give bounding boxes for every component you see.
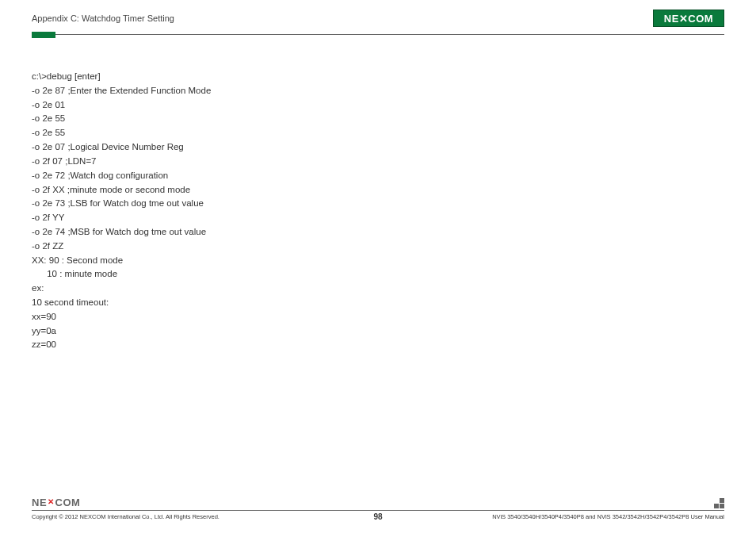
header-divider	[32, 32, 724, 38]
nexcom-logo-bottom: NE✕COM	[32, 497, 80, 508]
code-line: -o 2e 87 ;Enter the Extended Function Mo…	[32, 84, 724, 98]
code-line: 10 second timeout:	[32, 296, 724, 310]
logo-x-icon: ✕	[48, 497, 55, 506]
code-line: -o 2f XX ;minute mode or second mode	[32, 183, 724, 197]
code-line: -o 2e 55	[32, 126, 724, 140]
copyright-text: Copyright © 2012 NEXCOM International Co…	[32, 513, 220, 520]
code-line: -o 2e 73 ;LSB for Watch dog tme out valu…	[32, 197, 724, 211]
footer-divider	[32, 510, 724, 511]
code-line: yy=0a	[32, 324, 724, 339]
page-footer: NE✕COM Copyright © 2012 NEXCOM Internati…	[0, 497, 756, 520]
divider-accent-box	[32, 32, 55, 38]
logo-left: NE	[32, 497, 47, 508]
code-line: 10 : minute mode	[32, 267, 724, 282]
code-line: -o 2e 55	[32, 112, 724, 126]
code-line: c:\>debug [enter]	[32, 70, 724, 84]
footer-top-row: NE✕COM	[32, 497, 724, 508]
logo-right: COM	[688, 13, 713, 25]
logo-x-icon: ✕	[679, 13, 689, 25]
manual-reference: NViS 3540/3540H/3540P4/3540P8 and NViS 3…	[492, 513, 724, 520]
page-number: 98	[373, 512, 382, 521]
code-line: -o 2f ZZ	[32, 240, 724, 254]
code-line: -o 2e 01	[32, 98, 724, 113]
code-line: -o 2f YY	[32, 211, 724, 225]
code-line: -o 2e 07 ;Logical Device Number Reg	[32, 140, 724, 155]
code-line: -o 2e 74 ;MSB for Watch dog tme out valu…	[32, 225, 724, 240]
footer-decoration-icon	[714, 498, 724, 508]
header-title: Appendix C: Watchdog Timer Setting	[32, 13, 174, 23]
page-header: Appendix C: Watchdog Timer Setting NE✕CO…	[0, 0, 756, 32]
code-line: XX: 90 : Second mode	[32, 254, 724, 268]
nexcom-logo-top: NE✕COM	[653, 10, 724, 27]
code-line: -o 2e 72 ;Watch dog configuration	[32, 169, 724, 183]
main-content: c:\>debug [enter] -o 2e 87 ;Enter the Ex…	[0, 38, 756, 352]
code-line: xx=90	[32, 310, 724, 324]
footer-bottom-row: Copyright © 2012 NEXCOM International Co…	[32, 513, 724, 520]
code-line: ex:	[32, 282, 724, 296]
divider-line	[32, 34, 724, 35]
code-line: -o 2f 07 ;LDN=7	[32, 155, 724, 169]
code-line: zz=00	[32, 338, 724, 352]
logo-right: COM	[55, 497, 81, 508]
logo-left: NE	[664, 13, 679, 25]
